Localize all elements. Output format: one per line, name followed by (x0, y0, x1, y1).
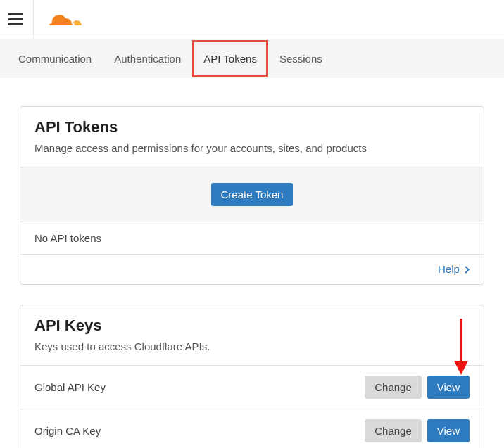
chevron-right-icon (464, 266, 470, 274)
tab-api-tokens[interactable]: API Tokens (192, 40, 268, 77)
help-link[interactable]: Help (438, 263, 470, 275)
key-row-global: Global API Key Change View (20, 365, 484, 409)
top-bar (0, 0, 504, 39)
tab-communication[interactable]: Communication (7, 40, 103, 77)
change-button[interactable]: Change (365, 419, 422, 442)
tab-authentication[interactable]: Authentication (103, 40, 192, 77)
api-keys-header: API Keys Keys used to access Cloudflare … (20, 305, 484, 365)
help-label: Help (438, 263, 460, 275)
api-keys-title: API Keys (34, 316, 470, 335)
no-tokens-text: No API tokens (20, 222, 484, 254)
api-tokens-panel: API Tokens Manage access and permissions… (20, 106, 484, 285)
key-name: Global API Key (34, 381, 106, 393)
tab-sessions[interactable]: Sessions (268, 40, 334, 77)
change-button[interactable]: Change (365, 376, 422, 399)
key-actions: Change View (365, 419, 470, 442)
cloudflare-logo[interactable] (48, 11, 83, 28)
content-area: API Tokens Manage access and permissions… (0, 78, 504, 448)
api-tokens-title: API Tokens (34, 118, 470, 136)
api-tokens-header: API Tokens Manage access and permissions… (20, 107, 484, 167)
hamburger-menu-icon[interactable] (6, 0, 34, 39)
key-name: Origin CA Key (34, 425, 101, 437)
api-keys-panel: API Keys Keys used to access Cloudflare … (20, 305, 484, 448)
tabs-bar: Communication Authentication API Tokens … (0, 39, 504, 78)
api-keys-subtitle: Keys used to access Cloudflare APIs. (34, 340, 470, 352)
key-row-origin: Origin CA Key Change View (20, 409, 484, 448)
create-token-bar: Create Token (20, 167, 484, 222)
key-actions: Change View (365, 376, 470, 399)
api-tokens-subtitle: Manage access and permissions for your a… (34, 142, 470, 154)
view-button[interactable]: View (427, 376, 470, 399)
help-row: Help (20, 254, 484, 284)
create-token-button[interactable]: Create Token (211, 183, 294, 206)
view-button[interactable]: View (427, 419, 470, 442)
